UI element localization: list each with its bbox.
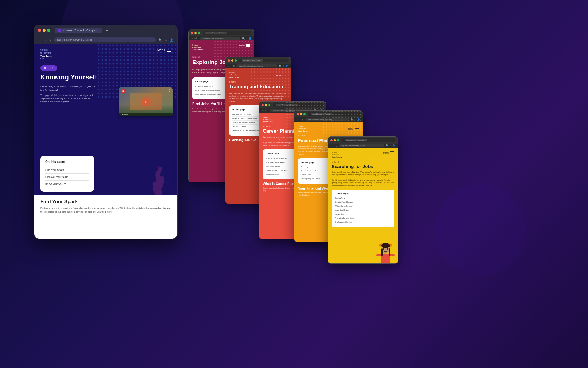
min-btn[interactable] (334, 139, 336, 141)
on-page-link-skills[interactable]: Discover Your Skills (45, 174, 89, 181)
bottom-text: Finding your spark means identifying wha… (40, 206, 171, 214)
win5-on-page-title: On this page: (335, 193, 391, 195)
min-btn[interactable] (265, 104, 267, 106)
max-btn[interactable] (303, 113, 306, 115)
close-btn[interactable] (262, 104, 264, 106)
win3-logo: 6 Steps to Planning Your Career (263, 116, 273, 123)
win1-hamburger[interactable] (246, 44, 250, 47)
close-btn[interactable] (330, 139, 333, 141)
minimize-button[interactable] (43, 29, 46, 32)
win2-address-bar: ←→↻ capskills.ca/training-education 🔍 ☆ … (225, 64, 291, 68)
refresh-button[interactable]: ↻ (49, 38, 51, 42)
win5-menu-label: Menu (383, 152, 389, 154)
bookmark-icon[interactable]: ☆ (164, 38, 167, 42)
intro-text-1: Discovering what you like and what you'r… (40, 85, 96, 92)
close-button[interactable] (38, 29, 41, 32)
on-page-link-spark[interactable]: Find Your Spark (45, 167, 89, 174)
win2-logo: 6 Steps to Planning Your Career (229, 72, 239, 79)
win5-title: Searching for Jobs (332, 164, 394, 169)
win5-link-6[interactable]: Employment Services (335, 220, 391, 224)
page-title: Knowing Yourself (40, 73, 171, 81)
win4-menu[interactable]: Menu (348, 125, 359, 132)
win1-chrome: capskills.ca — Explo... (189, 29, 254, 36)
win4-hamburger[interactable] (355, 128, 359, 130)
win5-on-page-desc: On this page, you'll find advice on writ… (332, 179, 394, 187)
max-btn[interactable] (198, 32, 200, 34)
url-text: capskills.ca/knowing-yourself (57, 38, 92, 41)
video-title: capskills 2021... (119, 113, 173, 116)
win1-menu[interactable]: Menu (239, 44, 250, 47)
win5-link-3[interactable]: Using Job Boards (335, 208, 391, 212)
win2-chrome: capskills.ca — Train... (225, 57, 291, 64)
close-btn[interactable] (297, 113, 299, 115)
win5-link-5[interactable]: Preparing for Interviews (335, 216, 391, 220)
max-btn[interactable] (235, 59, 237, 62)
win2-tab: capskills.ca — Train... (239, 59, 288, 62)
site-logo: 6 Steps to Planning Your Career with CAP (40, 48, 53, 60)
on-page-title: On this page: (45, 160, 89, 163)
account-icon[interactable]: 👤 (170, 38, 173, 42)
win2-menu-label: Menu (276, 74, 281, 76)
win1-address-bar: ←→↻ capskills.ca/exploring-jobs 🔍 ☆ 👤 (189, 36, 254, 40)
intro-text-2: This page will help you understand more … (40, 94, 96, 104)
tab-favicon (58, 29, 61, 32)
forward-button[interactable]: → (43, 38, 47, 42)
win5-address-bar: ←→↻ capskills.ca/searching-to-jobs 🔍 ☆ 👤 (328, 144, 398, 148)
win5-link-0[interactable]: Getting Ready (335, 196, 391, 200)
win5-on-page-card: On this page: Getting Ready Creating You… (332, 190, 394, 227)
min-btn[interactable] (300, 113, 302, 115)
win1-logo: 6 Steps to Planning Your Career (192, 44, 203, 51)
win5-step: STEP 6 (332, 161, 394, 163)
win5-link-4[interactable]: Networking (335, 212, 391, 216)
svg-rect-24 (376, 254, 381, 256)
svg-rect-25 (390, 254, 395, 256)
win5-chrome: capskills.ca — Search... (328, 137, 398, 144)
new-tab-button[interactable]: + (106, 28, 108, 33)
svg-rect-31 (389, 248, 390, 256)
max-btn[interactable] (268, 104, 270, 106)
win5-desc: Starting a job search is a big step. Whe… (332, 171, 394, 176)
win4-menu-label: Menu (348, 128, 353, 130)
main-browser-window: Knowing Yourself - Congres... + ← → ↻ ca… (34, 25, 178, 239)
win5-link-1[interactable]: Creating Your Resume (335, 200, 391, 204)
bottom-heading: Find Your Spark (40, 199, 171, 205)
win2-step: STEP 3 (229, 81, 287, 83)
page-content: 6 Steps to Planning Your Career with CAP… (34, 44, 177, 239)
window-controls (38, 29, 50, 32)
hamburger-icon[interactable] (167, 49, 171, 52)
url-input[interactable]: capskills.ca/knowing-yourself (54, 37, 156, 42)
svg-point-28 (383, 248, 384, 250)
browser-chrome: Knowing Yourself - Congres... + (34, 25, 177, 36)
search-icon: 🔍 (158, 38, 162, 42)
address-bar: ← → ↻ capskills.ca/knowing-yourself 🔍 ☆ … (34, 36, 177, 44)
browser-tab[interactable]: Knowing Yourself - Congres... (55, 28, 102, 33)
win5-link-2[interactable]: Writing Cover Letters (335, 204, 391, 208)
svg-point-29 (387, 248, 388, 250)
min-btn[interactable] (231, 59, 233, 62)
win5-tab: capskills.ca — Search... (342, 138, 395, 142)
site-header: 6 Steps to Planning Your Career with CAP… (34, 44, 177, 65)
min-btn[interactable] (194, 32, 197, 34)
win2-title: Training and Education (229, 84, 287, 90)
win2-menu[interactable]: Menu (276, 72, 287, 79)
nav-menu[interactable]: Menu (157, 48, 171, 52)
win1-tab: capskills.ca — Explo... (203, 31, 251, 35)
maximize-button[interactable] (47, 29, 50, 32)
tab-label: Knowing Yourself - Congres... (63, 29, 99, 32)
win4-logo: 6 Steps to Planning Your Career (298, 125, 308, 132)
max-btn[interactable] (337, 139, 339, 141)
svg-point-22 (381, 243, 390, 248)
back-button[interactable]: ← (38, 38, 41, 42)
on-page-link-values[interactable]: Know Your Values (45, 181, 89, 187)
close-btn[interactable] (191, 32, 193, 34)
close-btn[interactable] (228, 59, 230, 62)
step-badge: STEP 1 (40, 65, 57, 71)
svg-rect-30 (381, 248, 383, 256)
menu-label: Menu (157, 48, 165, 52)
win1-menu-label: Menu (239, 44, 245, 47)
win5-hamburger[interactable] (390, 151, 394, 154)
bottom-section: Find Your Spark Finding your spark means… (34, 195, 177, 239)
win5-menu[interactable]: Menu (383, 151, 394, 154)
win2-hamburger[interactable] (283, 74, 287, 77)
character-illustration (373, 238, 398, 264)
